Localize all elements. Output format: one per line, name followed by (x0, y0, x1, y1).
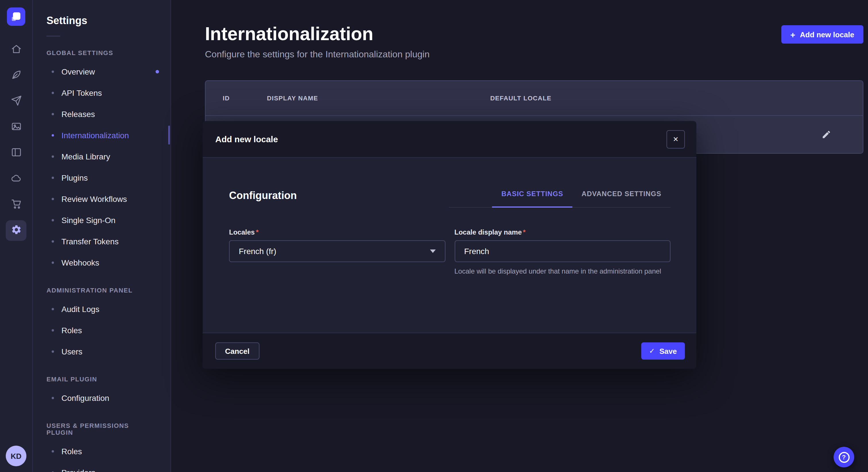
strapi-logo-icon (9, 10, 23, 24)
locales-label: Locales* (229, 228, 445, 236)
page-title-block: Internationalization Configure the setti… (205, 23, 430, 60)
sidebar-item-label: Users (61, 347, 82, 356)
modal-section-title: Configuration (229, 190, 297, 202)
content-type-builder-icon (11, 146, 22, 160)
sidebar-item-releases[interactable]: Releases (33, 103, 170, 125)
sidebar-section-label: EMAIL PLUGIN (46, 376, 157, 382)
bullet-icon (52, 350, 54, 352)
rail-item-media-library[interactable] (6, 117, 26, 138)
marketplace-icon (11, 198, 22, 211)
locales-field: Locales* French (fr) (229, 228, 445, 276)
sidebar-item-label: Transfer Tokens (61, 237, 119, 246)
releases-icon (11, 95, 22, 108)
sidebar-item-label: Releases (61, 109, 95, 119)
column-header-id: ID (223, 95, 267, 102)
plus-icon: + (790, 30, 795, 39)
modal-close-button[interactable]: ✕ (666, 130, 685, 148)
bullet-icon (52, 70, 54, 72)
sidebar-item-single-sign-on[interactable]: Single Sign-On (33, 209, 170, 231)
display-name-input[interactable] (454, 240, 671, 262)
rail-item-settings[interactable] (6, 220, 26, 241)
bullet-icon (52, 92, 54, 94)
display-name-field: Locale display name* Locale will be disp… (454, 228, 671, 276)
rail-item-cloud[interactable] (6, 169, 26, 189)
rail-item-releases[interactable] (6, 91, 26, 112)
tab-advanced-settings[interactable]: ADVANCED SETTINGS (572, 179, 671, 208)
sidebar-item-label: Internationalization (61, 131, 129, 140)
add-button-label: Add new locale (800, 30, 854, 39)
media-library-icon (11, 121, 22, 134)
locales-select-value: French (fr) (239, 247, 276, 256)
page-header: Internationalization Configure the setti… (205, 23, 863, 60)
bullet-icon (52, 261, 54, 264)
page-subtitle: Configure the settings for the Internati… (205, 49, 430, 60)
sidebar-item-configuration[interactable]: Configuration (33, 387, 170, 408)
settings-tabs: BASIC SETTINGSADVANCED SETTINGS (449, 179, 671, 208)
display-name-hint: Locale will be displayed under that name… (454, 267, 671, 276)
column-header-display-name: DISPLAY NAME (267, 95, 490, 102)
cancel-button[interactable]: Cancel (215, 342, 259, 360)
save-button-label: Save (659, 347, 677, 355)
sidebar-item-overview[interactable]: Overview (33, 61, 170, 82)
close-icon: ✕ (673, 135, 679, 143)
locales-select[interactable]: French (fr) (229, 240, 445, 262)
bullet-icon (52, 198, 54, 200)
sidebar-item-label: Configuration (61, 393, 110, 402)
sidebar-item-audit-logs[interactable]: Audit Logs (33, 298, 170, 319)
sidebar-item-label: Single Sign-On (61, 215, 115, 225)
sidebar-item-providers[interactable]: Providers (33, 462, 170, 472)
required-asterisk: * (523, 228, 526, 236)
save-button[interactable]: ✓ Save (641, 342, 685, 360)
sidebar-item-transfer-tokens[interactable]: Transfer Tokens (33, 231, 170, 252)
bullet-icon (52, 397, 54, 399)
home-icon (11, 43, 22, 57)
sidebar-item-api-tokens[interactable]: API Tokens (33, 82, 170, 103)
bullet-icon (52, 219, 54, 221)
settings-sidebar: Settings GLOBAL SETTINGSOverviewAPI Toke… (33, 0, 171, 472)
edit-locale-button[interactable] (819, 128, 833, 141)
chevron-down-icon (430, 249, 435, 253)
modal-title: Add new locale (215, 134, 278, 144)
sidebar-item-label: Media Library (61, 152, 110, 161)
sidebar-item-webhooks[interactable]: Webhooks (33, 252, 170, 273)
notification-dot (156, 70, 159, 73)
sidebar-section-label: GLOBAL SETTINGS (46, 49, 157, 56)
cloud-icon (11, 172, 22, 186)
sidebar-item-users[interactable]: Users (33, 341, 170, 362)
help-button[interactable]: ? (834, 447, 854, 467)
sidebar-item-label: Providers (61, 468, 95, 472)
sidebar-item-label: Roles (61, 326, 82, 335)
sidebar-item-roles[interactable]: Roles (33, 440, 170, 462)
rail-item-content-manager[interactable] (6, 65, 26, 86)
sidebar-item-media-library[interactable]: Media Library (33, 146, 170, 167)
add-new-locale-button[interactable]: + Add new locale (781, 25, 863, 43)
sidebar-item-label: API Tokens (61, 88, 102, 97)
sidebar-item-plugins[interactable]: Plugins (33, 167, 170, 188)
question-icon: ? (838, 452, 849, 463)
user-avatar[interactable]: KD (6, 446, 26, 466)
strapi-logo[interactable] (7, 7, 25, 26)
sidebar-section-label: USERS & PERMISSIONS PLUGIN (46, 422, 157, 436)
check-icon: ✓ (649, 347, 655, 355)
sidebar-item-roles[interactable]: Roles (33, 319, 170, 341)
bullet-icon (52, 176, 54, 179)
tab-basic-settings[interactable]: BASIC SETTINGS (492, 179, 572, 208)
sidebar-item-label: Plugins (61, 173, 88, 182)
rail-item-home[interactable] (6, 40, 26, 60)
page-title: Internationalization (205, 23, 430, 45)
pencil-icon (821, 130, 831, 139)
modal-body: Configuration BASIC SETTINGSADVANCED SET… (203, 158, 696, 333)
main-nav-rail: KD (0, 0, 33, 472)
locales-label-text: Locales (229, 228, 255, 236)
sidebar-item-review-workflows[interactable]: Review Workflows (33, 188, 170, 209)
configuration-row: Configuration BASIC SETTINGSADVANCED SET… (229, 179, 671, 208)
sidebar-item-label: Roles (61, 446, 82, 456)
rail-item-marketplace[interactable] (6, 194, 26, 215)
bullet-icon (52, 308, 54, 310)
rail-item-content-type-builder[interactable] (6, 143, 26, 164)
sidebar-item-internationalization[interactable]: Internationalization (33, 125, 170, 146)
sidebar-sections: GLOBAL SETTINGSOverviewAPI TokensRelease… (33, 49, 170, 472)
modal-header: Add new locale ✕ (203, 121, 696, 158)
app-window: KD Settings GLOBAL SETTINGSOverviewAPI T… (0, 0, 868, 472)
modal-footer: Cancel ✓ Save (203, 333, 696, 369)
